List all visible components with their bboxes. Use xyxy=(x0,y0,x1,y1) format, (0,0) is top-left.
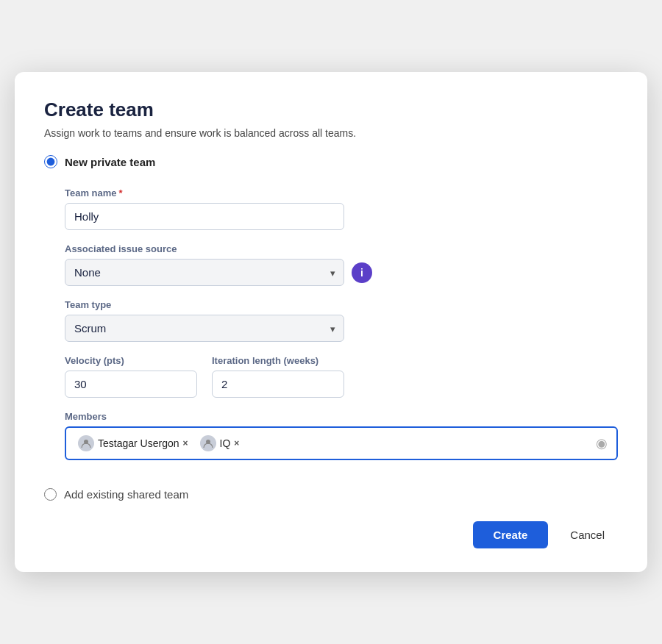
new-private-radio[interactable] xyxy=(44,155,57,168)
add-existing-radio[interactable] xyxy=(44,488,57,501)
dialog-title: Create team xyxy=(44,99,618,121)
list-item: Testagar Usergon × xyxy=(75,434,191,453)
team-type-field: Team type Scrum ▾ xyxy=(65,299,618,342)
required-marker: * xyxy=(119,187,123,198)
iteration-input[interactable] xyxy=(212,371,344,398)
private-team-form: Team name * Associated issue source None… xyxy=(65,187,618,473)
team-type-wrapper: Scrum ▾ xyxy=(65,315,344,342)
member-remove-button[interactable]: × xyxy=(234,439,239,448)
new-private-team-option[interactable]: New private team xyxy=(44,155,618,168)
member-remove-button[interactable]: × xyxy=(183,439,188,448)
velocity-field: Velocity (pts) xyxy=(65,355,197,398)
issue-source-wrapper: None ▾ xyxy=(65,259,344,286)
cancel-button[interactable]: Cancel xyxy=(557,521,618,548)
issue-source-field: Associated issue source None ▾ i xyxy=(65,243,618,286)
iteration-label: Iteration length (weeks) xyxy=(212,355,344,366)
team-type-label: Team type xyxy=(65,299,618,310)
info-icon[interactable]: i xyxy=(352,262,372,283)
members-label: Members xyxy=(65,411,618,422)
list-item: IQ × xyxy=(197,434,243,453)
team-name-field: Team name * xyxy=(65,187,618,230)
dialog-footer: Create Cancel xyxy=(44,521,618,548)
avatar xyxy=(200,435,216,451)
member-name: IQ xyxy=(220,437,231,449)
new-private-label: New private team xyxy=(65,156,155,168)
velocity-label: Velocity (pts) xyxy=(65,355,197,366)
velocity-input[interactable] xyxy=(65,371,197,398)
issue-source-row: None ▾ i xyxy=(65,259,618,286)
team-name-input[interactable] xyxy=(65,203,344,230)
add-existing-team-option[interactable]: Add existing shared team xyxy=(44,488,618,501)
issue-source-select[interactable]: None xyxy=(65,259,344,286)
members-input-box[interactable]: Testagar Usergon × IQ × xyxy=(65,426,618,460)
iteration-field: Iteration length (weeks) xyxy=(212,355,344,398)
dialog-subtitle: Assign work to teams and ensure work is … xyxy=(44,127,618,139)
create-button[interactable]: Create xyxy=(473,521,549,548)
members-clear-button[interactable]: ◉ xyxy=(596,437,608,450)
team-name-label: Team name * xyxy=(65,187,618,198)
member-name: Testagar Usergon xyxy=(98,437,179,449)
create-team-dialog: Create team Assign work to teams and ens… xyxy=(15,72,647,572)
members-field: Members Testagar Usergon × xyxy=(65,411,618,460)
issue-source-label: Associated issue source xyxy=(65,243,618,254)
team-type-radio-group: New private team Team name * Associated … xyxy=(44,155,618,501)
team-type-select[interactable]: Scrum xyxy=(65,315,344,342)
add-existing-label: Add existing shared team xyxy=(64,488,188,501)
velocity-iteration-fields: Velocity (pts) Iteration length (weeks) xyxy=(65,355,618,398)
avatar xyxy=(78,435,94,451)
